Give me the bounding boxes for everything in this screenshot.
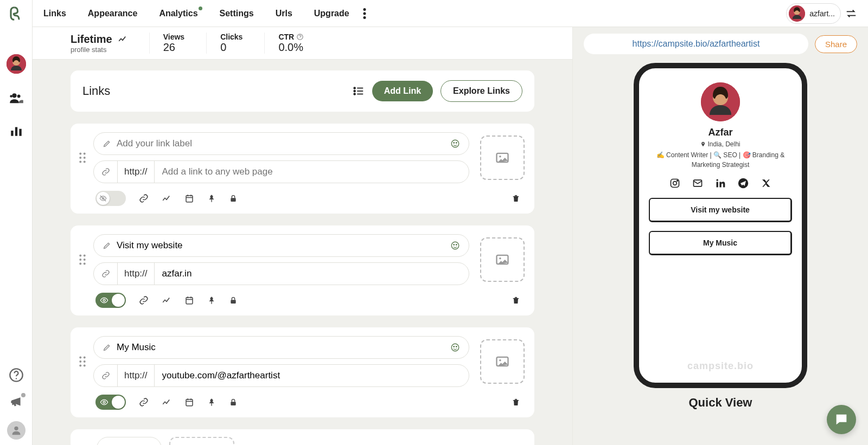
thumbnail-upload[interactable] bbox=[480, 237, 525, 282]
delete-icon[interactable] bbox=[512, 397, 520, 407]
svg-point-50 bbox=[454, 244, 455, 246]
emoji-picker-icon[interactable] bbox=[450, 241, 460, 250]
mail-icon[interactable] bbox=[692, 177, 704, 189]
user-menu[interactable]: azfart... bbox=[786, 3, 841, 24]
thumbnail-upload[interactable] bbox=[480, 339, 525, 384]
schedule-icon[interactable] bbox=[184, 194, 194, 203]
protocol-label[interactable]: http:// bbox=[118, 365, 155, 386]
protocol-label[interactable]: http:// bbox=[118, 263, 155, 285]
add-link-button[interactable]: Add Link bbox=[372, 81, 433, 101]
x-icon[interactable] bbox=[760, 177, 772, 189]
svg-point-19 bbox=[354, 91, 355, 92]
lock-icon[interactable] bbox=[229, 397, 238, 407]
svg-point-67 bbox=[451, 344, 459, 351]
preview-location: India, Delhi bbox=[700, 140, 740, 148]
edit-icon[interactable] bbox=[103, 241, 111, 250]
emoji-picker-icon[interactable] bbox=[450, 139, 460, 149]
analytics-icon[interactable] bbox=[162, 295, 171, 305]
preview-link-button[interactable]: My Music bbox=[649, 231, 792, 255]
tab-settings[interactable]: Settings bbox=[220, 9, 254, 18]
tab-upgrade[interactable]: Upgrade bbox=[314, 9, 349, 18]
svg-point-30 bbox=[451, 140, 459, 147]
svg-point-61 bbox=[79, 357, 81, 359]
svg-point-86 bbox=[717, 179, 718, 181]
svg-point-13 bbox=[363, 16, 366, 19]
analytics-icon[interactable] bbox=[162, 397, 171, 407]
preview-name: Azfar bbox=[708, 127, 732, 138]
share-button[interactable]: Share bbox=[815, 35, 857, 53]
link-label-input[interactable] bbox=[117, 138, 445, 149]
delete-icon[interactable] bbox=[512, 295, 520, 305]
edit-icon[interactable] bbox=[103, 343, 111, 352]
svg-point-9 bbox=[16, 378, 17, 379]
drag-handle-icon[interactable] bbox=[77, 152, 88, 163]
visibility-toggle[interactable] bbox=[95, 191, 126, 206]
explore-links-button[interactable]: Explore Links bbox=[441, 80, 522, 102]
svg-point-54 bbox=[103, 299, 105, 301]
app-logo-icon[interactable] bbox=[8, 5, 24, 22]
link-settings-icon[interactable] bbox=[139, 194, 149, 203]
svg-point-63 bbox=[79, 360, 81, 363]
announcements-icon[interactable] bbox=[8, 394, 24, 410]
swap-account-icon[interactable] bbox=[845, 8, 857, 20]
preview-avatar bbox=[701, 82, 740, 121]
drag-handle-icon[interactable] bbox=[77, 356, 88, 367]
help-icon[interactable] bbox=[8, 367, 24, 383]
link-icon bbox=[94, 161, 118, 183]
pin-icon[interactable] bbox=[207, 397, 216, 407]
pin-icon[interactable] bbox=[207, 295, 216, 305]
profile-avatar[interactable] bbox=[7, 54, 26, 74]
protocol-label[interactable]: http:// bbox=[118, 161, 155, 183]
preview-link-button[interactable]: Visit my website bbox=[649, 198, 792, 222]
svg-rect-60 bbox=[231, 300, 235, 304]
delete-icon[interactable] bbox=[512, 194, 520, 203]
svg-point-43 bbox=[79, 255, 81, 257]
chat-fab-icon[interactable] bbox=[827, 405, 856, 434]
lock-icon[interactable] bbox=[229, 295, 238, 305]
svg-point-24 bbox=[79, 153, 81, 155]
linkedin-icon[interactable] bbox=[714, 177, 726, 189]
svg-rect-42 bbox=[231, 198, 235, 202]
svg-point-2 bbox=[12, 93, 16, 98]
pin-icon[interactable] bbox=[207, 194, 216, 203]
preview-url[interactable]: https://campsite.bio/azfartheartist bbox=[584, 34, 808, 54]
list-view-icon[interactable] bbox=[353, 85, 365, 97]
link-url-input[interactable] bbox=[155, 166, 469, 177]
link-settings-icon[interactable] bbox=[139, 397, 149, 407]
svg-rect-5 bbox=[11, 131, 13, 136]
svg-point-45 bbox=[79, 259, 81, 261]
instagram-icon[interactable] bbox=[669, 177, 681, 189]
schedule-icon[interactable] bbox=[184, 397, 194, 407]
user-label: azfart... bbox=[809, 9, 835, 18]
svg-rect-55 bbox=[186, 298, 193, 304]
analytics-icon[interactable] bbox=[8, 122, 24, 139]
lock-icon[interactable] bbox=[229, 194, 238, 203]
svg-point-62 bbox=[84, 357, 86, 359]
visibility-toggle[interactable] bbox=[95, 395, 126, 410]
svg-point-64 bbox=[84, 360, 86, 363]
stats-title: Lifetime bbox=[71, 33, 112, 46]
link-url-input[interactable] bbox=[155, 268, 469, 279]
link-settings-icon[interactable] bbox=[139, 295, 149, 305]
account-avatar-placeholder[interactable] bbox=[7, 421, 25, 440]
tab-analytics[interactable]: Analytics bbox=[159, 9, 197, 18]
telegram-icon[interactable] bbox=[737, 177, 749, 189]
more-menu-icon[interactable] bbox=[363, 8, 366, 19]
link-label-input[interactable] bbox=[117, 240, 445, 251]
link-url-input[interactable] bbox=[155, 370, 469, 381]
svg-point-44 bbox=[84, 255, 86, 257]
tab-links[interactable]: Links bbox=[43, 9, 66, 18]
analytics-icon[interactable] bbox=[162, 194, 171, 203]
drag-handle-icon[interactable] bbox=[77, 254, 88, 265]
info-icon[interactable] bbox=[296, 33, 304, 41]
thumbnail-upload[interactable] bbox=[480, 136, 525, 180]
tab-urls[interactable]: Urls bbox=[276, 9, 292, 18]
schedule-icon[interactable] bbox=[184, 295, 194, 305]
link-card bbox=[71, 429, 534, 445]
users-icon[interactable] bbox=[8, 90, 24, 106]
visibility-toggle[interactable] bbox=[95, 293, 126, 308]
link-label-input[interactable] bbox=[117, 342, 445, 353]
tab-appearance[interactable]: Appearance bbox=[88, 9, 138, 18]
edit-icon[interactable] bbox=[103, 139, 111, 148]
emoji-picker-icon[interactable] bbox=[450, 343, 460, 352]
